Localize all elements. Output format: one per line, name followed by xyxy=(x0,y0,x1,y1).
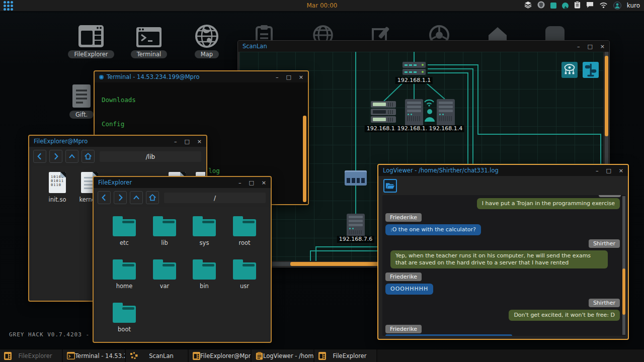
network-node-remote[interactable] xyxy=(347,214,365,237)
chat-bubble: I have put a Trojan in the programming e… xyxy=(477,198,620,209)
terminal-icon xyxy=(135,26,163,48)
close-button[interactable]: × xyxy=(299,74,303,80)
desktop-icon-label: Gift. xyxy=(69,111,94,119)
chat-icon[interactable] xyxy=(586,1,594,11)
user-icon xyxy=(424,108,436,124)
maximize-button[interactable]: □ xyxy=(606,168,611,173)
up-button[interactable] xyxy=(130,191,143,204)
system-tray: kuro xyxy=(524,0,640,11)
maximize-button[interactable]: □ xyxy=(587,44,592,49)
folder-name: usr xyxy=(240,283,249,290)
shield-icon[interactable] xyxy=(537,1,545,11)
desktop-icon-label: Terminal xyxy=(131,50,168,58)
fe-titlebar[interactable]: FileExplorer – □ × xyxy=(94,177,271,188)
desktop-icon-terminal[interactable]: Terminal xyxy=(121,26,177,58)
chat-scroll-thumb[interactable] xyxy=(622,268,625,315)
network-node-router[interactable] xyxy=(403,62,426,76)
status-square-icon[interactable] xyxy=(550,3,556,9)
map-globe-icon xyxy=(194,24,220,48)
chevron-left-icon xyxy=(35,151,45,161)
folder-icon xyxy=(113,262,136,280)
clipboard-icon[interactable] xyxy=(574,1,581,11)
chevron-up-icon xyxy=(131,193,141,203)
chevron-right-icon xyxy=(115,193,125,203)
taskbar-item-logviewer[interactable]: LogViewer - /home... xyxy=(252,349,314,362)
scanlan-titlebar[interactable]: ScanLan – □ × xyxy=(238,41,609,52)
vscroll-thumb[interactable] xyxy=(605,56,608,136)
folder-item[interactable]: boot xyxy=(108,302,140,333)
eye-bot-icon xyxy=(562,62,577,77)
taskbar-item-fileexplorer-mpro[interactable]: FileExplorer@Mpro xyxy=(189,349,252,362)
maximize-button[interactable]: □ xyxy=(286,74,291,80)
folder-item[interactable]: var xyxy=(148,258,181,290)
signpost-tool-button[interactable] xyxy=(583,62,599,78)
back-button[interactable] xyxy=(98,191,111,204)
status-pie-icon[interactable] xyxy=(562,3,569,9)
back-button[interactable] xyxy=(33,150,46,163)
folder-name: boot xyxy=(118,326,131,333)
desktop-icon-map[interactable]: Map xyxy=(179,24,234,58)
window-logviewer: LogViewer - /home/Shirther/chat331.log –… xyxy=(377,164,629,340)
layers-icon[interactable] xyxy=(524,1,532,11)
minimize-button[interactable]: – xyxy=(238,180,242,186)
fe-mpro-titlebar[interactable]: FileExplorer@Mpro – □ × xyxy=(29,136,206,147)
minimize-button[interactable]: – xyxy=(174,139,177,144)
folder-item[interactable]: usr xyxy=(228,258,261,290)
network-node-pc4[interactable] xyxy=(437,99,455,126)
close-button[interactable]: × xyxy=(619,168,623,173)
taskbar-item-fileexplorer2[interactable]: FileExplorer xyxy=(314,349,377,362)
taskbar-item-scanlan[interactable]: ScanLan xyxy=(126,349,189,362)
username[interactable]: kuro xyxy=(627,2,640,9)
folder-name: etc xyxy=(120,239,129,246)
maximize-button[interactable]: □ xyxy=(249,180,254,186)
forward-button[interactable] xyxy=(114,191,127,204)
file-item[interactable]: 10101010110110 init.so xyxy=(41,172,73,203)
forward-button[interactable] xyxy=(49,150,62,163)
logviewer-titlebar[interactable]: LogViewer - /home/Shirther/chat331.log –… xyxy=(378,165,628,176)
path-bar[interactable]: / xyxy=(164,193,266,203)
up-button[interactable] xyxy=(65,150,78,163)
folder-icon xyxy=(233,262,256,280)
folder-icon xyxy=(113,306,136,323)
network-node-pc3[interactable] xyxy=(405,99,423,126)
close-button[interactable]: × xyxy=(262,180,266,186)
open-file-button[interactable] xyxy=(383,179,397,193)
terminal-icon xyxy=(67,352,75,359)
close-button[interactable]: × xyxy=(600,44,605,49)
document-icon xyxy=(71,83,92,109)
desktop-icon-fileexplorer[interactable]: FileExplorer xyxy=(63,24,119,58)
maximize-button[interactable]: □ xyxy=(184,139,189,144)
chat-sender: Friederike xyxy=(385,273,422,281)
close-button[interactable]: × xyxy=(197,139,202,144)
window-title: FileExplorer@Mpro xyxy=(34,138,88,145)
folder-item[interactable]: bin xyxy=(188,258,220,290)
wifi-icon[interactable] xyxy=(599,1,608,11)
terminal-scroll-thumb[interactable] xyxy=(303,116,306,202)
network-node-rack[interactable] xyxy=(371,101,396,124)
chat-log-area[interactable]: I have put a Trojan in the programming e… xyxy=(382,195,626,336)
folder-item[interactable]: root xyxy=(228,215,261,246)
home-button[interactable] xyxy=(82,150,95,163)
folder-item[interactable]: sys xyxy=(188,215,220,246)
chat-scrollbar[interactable] xyxy=(622,196,625,335)
spy-tool-button[interactable] xyxy=(561,62,578,78)
taskbar: FileExplorer Terminal - 14.53.234... Sca… xyxy=(0,349,644,362)
taskbar-item-terminal[interactable]: Terminal - 14.53.234... xyxy=(63,349,126,362)
path-bar[interactable]: /lib xyxy=(100,151,201,162)
chat-sender: Shirther xyxy=(589,239,620,248)
minimize-button[interactable]: – xyxy=(596,168,599,173)
binary-file-icon: 10101010110110 xyxy=(49,172,66,193)
folder-item[interactable]: lib xyxy=(148,215,181,246)
user-avatar[interactable] xyxy=(613,2,621,10)
minimize-button[interactable]: – xyxy=(577,44,580,49)
network-node-switch[interactable] xyxy=(345,170,367,186)
terminal-titlebar[interactable]: Terminal - 14.53.234.199@Mpro – □ × xyxy=(95,71,308,82)
terminal-line: Downloads xyxy=(102,96,308,104)
home-button[interactable] xyxy=(146,191,159,204)
folder-item[interactable]: home xyxy=(108,258,140,290)
folder-icon xyxy=(233,219,256,236)
taskbar-item-fileexplorer[interactable]: FileExplorer xyxy=(0,349,63,362)
minimize-button[interactable]: – xyxy=(276,74,279,80)
folder-item[interactable]: etc xyxy=(108,215,140,246)
fe-file-area[interactable]: etc lib sys root home var bin usr boot xyxy=(97,207,270,340)
